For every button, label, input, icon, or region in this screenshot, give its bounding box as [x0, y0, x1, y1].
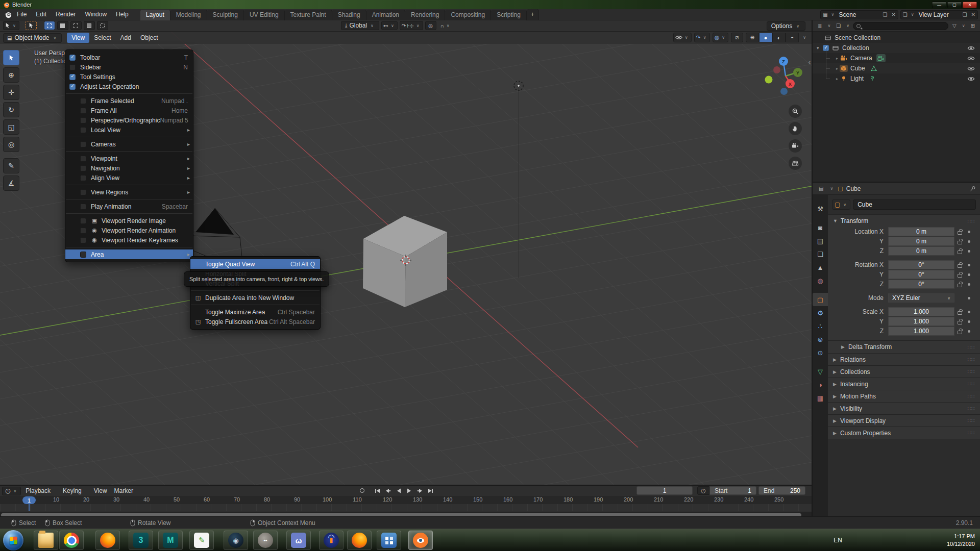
- lock-icon[interactable]: [958, 321, 962, 324]
- animate-dot-icon[interactable]: [968, 297, 970, 299]
- view-menu-item[interactable]: Cameras: [65, 139, 193, 149]
- outliner-search-input[interactable]: [853, 22, 948, 30]
- tray-epic[interactable]: [868, 537, 876, 544]
- value-field[interactable]: 0 m: [888, 246, 954, 256]
- section-drag-icon[interactable]: ∷∷: [967, 381, 975, 387]
- animate-dot-icon[interactable]: [968, 231, 970, 233]
- view-menu-item[interactable]: Frame Selected Numpad .: [65, 96, 193, 106]
- view-menu-item[interactable]: Viewpoint: [65, 154, 193, 163]
- cursor-tool[interactable]: ⊕: [3, 67, 19, 83]
- taskbar-blender[interactable]: [408, 531, 433, 550]
- zoom-button[interactable]: [789, 105, 802, 118]
- move-tool[interactable]: ✛: [3, 85, 19, 100]
- area-submenu-item[interactable]: Duplicate Area into New Window: [190, 293, 320, 303]
- transform-tool[interactable]: ◎: [3, 137, 19, 152]
- shading-solid-button[interactable]: ●: [759, 33, 772, 42]
- value-field[interactable]: 0°: [888, 260, 954, 269]
- jump-to-end-button[interactable]: [426, 486, 435, 495]
- view-menu-item[interactable]: Local View: [65, 125, 193, 135]
- object-visibility-dropdown[interactable]: ∨: [673, 33, 692, 42]
- value-field[interactable]: XYZ Euler ∨: [888, 293, 954, 303]
- property-section[interactable]: ▶ Custom Properties ∷∷: [828, 427, 980, 439]
- next-keyframe-button[interactable]: [415, 486, 425, 495]
- properties-tab-world[interactable]: ◍: [813, 274, 828, 287]
- area-submenu-item[interactable]: Toggle Maximize Area Ctrl Spacebar: [190, 307, 320, 317]
- taskbar-settings[interactable]: [377, 531, 401, 550]
- tray-msi[interactable]: [879, 537, 887, 544]
- language-indicator[interactable]: EN: [834, 537, 842, 544]
- animate-dot-icon[interactable]: [968, 250, 970, 253]
- expand-icon[interactable]: ▸: [836, 66, 838, 71]
- view-menu-item[interactable]: Perspective/Orthographic Numpad 5: [65, 115, 193, 125]
- taskbar-gimp[interactable]: [253, 531, 278, 550]
- object-data-dropdown[interactable]: ▢∨: [832, 199, 850, 210]
- properties-tab-material[interactable]: ◑: [813, 378, 828, 391]
- workspace-tab[interactable]: Scripting: [491, 10, 527, 20]
- taskbar-explorer[interactable]: [34, 531, 58, 550]
- lock-icon[interactable]: [958, 251, 962, 254]
- blender-menu-icon[interactable]: [4, 11, 12, 18]
- workspace-tab[interactable]: Sculpting: [207, 10, 244, 20]
- tweak-tool-button[interactable]: [26, 21, 37, 30]
- shading-rendered-button[interactable]: ◓: [786, 33, 799, 42]
- scene-selector[interactable]: ▦∨ Scene ❏ ✕: [820, 10, 898, 19]
- transform-orientation-dropdown[interactable]: ⤓ Global ∨: [341, 21, 379, 30]
- transform-panel-header[interactable]: ▼ Transform ∷∷: [828, 215, 980, 227]
- shading-material-button[interactable]: ◐: [772, 33, 786, 42]
- mode-dropdown[interactable]: ⬓ Object Mode ∨: [3, 33, 62, 43]
- taskbar-firefox[interactable]: [95, 531, 120, 550]
- animate-dot-icon[interactable]: [968, 283, 970, 286]
- select-mode-subtract-button[interactable]: [70, 21, 82, 30]
- timeline-ruler[interactable]: 1102030405060708090100110120130140150160…: [0, 496, 812, 504]
- use-preview-range-button[interactable]: ◷: [697, 486, 709, 495]
- workspace-tab[interactable]: Animation: [366, 10, 405, 20]
- timeline-track[interactable]: [0, 504, 812, 511]
- snap-target-dropdown[interactable]: ⊷∨: [381, 21, 398, 30]
- camera-view-button[interactable]: [789, 139, 802, 153]
- property-section[interactable]: ▶ Relations ∷∷: [828, 353, 980, 365]
- viewport-menu-item[interactable]: Select: [89, 33, 115, 43]
- start-button[interactable]: [3, 530, 23, 550]
- properties-tab-scene[interactable]: ▲: [813, 261, 828, 274]
- play-button[interactable]: [404, 486, 414, 495]
- workspace-tab[interactable]: Layout: [140, 10, 170, 20]
- gizmo-neg-z-ball[interactable]: [780, 88, 788, 95]
- pan-button[interactable]: [789, 122, 802, 135]
- maximize-button[interactable]: ▢: [947, 2, 962, 8]
- properties-tab-physics[interactable]: ⊚: [813, 333, 828, 346]
- value-field[interactable]: 1.000: [888, 317, 954, 326]
- tray-volume[interactable]: [922, 537, 929, 544]
- select-mode-extend-button[interactable]: [57, 21, 68, 30]
- snap-toggle-button[interactable]: ↷⊦⊹∨: [400, 21, 423, 30]
- clock[interactable]: 1:17 PM 10/12/2020: [947, 533, 975, 548]
- measure-tool[interactable]: ∡: [3, 176, 19, 191]
- viewport-menu-item[interactable]: View: [67, 33, 89, 43]
- properties-tab-texture[interactable]: ▦: [813, 391, 828, 405]
- hide-eye-icon[interactable]: [967, 66, 975, 71]
- main-menu-item[interactable]: Window: [80, 9, 111, 20]
- view-menu-item[interactable]: Adjust Last Operation: [65, 82, 193, 91]
- value-field[interactable]: 1.000: [888, 327, 954, 336]
- animate-dot-icon[interactable]: [968, 330, 970, 333]
- annotate-tool[interactable]: ✎: [3, 158, 19, 173]
- section-drag-icon[interactable]: ∷∷: [967, 369, 975, 374]
- lock-icon[interactable]: [958, 331, 962, 334]
- area-submenu-item[interactable]: Toggle Quad View Ctrl Alt Q: [190, 259, 320, 269]
- timeline-menu-item[interactable]: Marker: [111, 487, 137, 495]
- value-field[interactable]: 0°: [888, 270, 954, 279]
- show-gizmo-button[interactable]: ↷∨: [694, 33, 710, 42]
- lock-icon[interactable]: [958, 231, 962, 235]
- area-submenu-item[interactable]: [190, 288, 320, 293]
- lock-icon[interactable]: [958, 274, 962, 278]
- outliner-root-row[interactable]: Scene Collection: [813, 33, 980, 43]
- hide-eye-icon[interactable]: [967, 77, 975, 81]
- tray-bolt[interactable]: [890, 537, 897, 544]
- tray-discord[interactable]: [847, 537, 854, 544]
- new-collection-icon[interactable]: ⊞: [969, 23, 977, 29]
- scene-name[interactable]: Scene: [836, 11, 880, 18]
- select-mode-invert-button[interactable]: [84, 21, 95, 30]
- view-menu-item[interactable]: Tool Settings: [65, 72, 193, 82]
- view-menu-item[interactable]: View Regions: [65, 187, 193, 197]
- properties-tab-tool[interactable]: ⚒: [813, 202, 828, 215]
- lock-icon[interactable]: [958, 264, 962, 268]
